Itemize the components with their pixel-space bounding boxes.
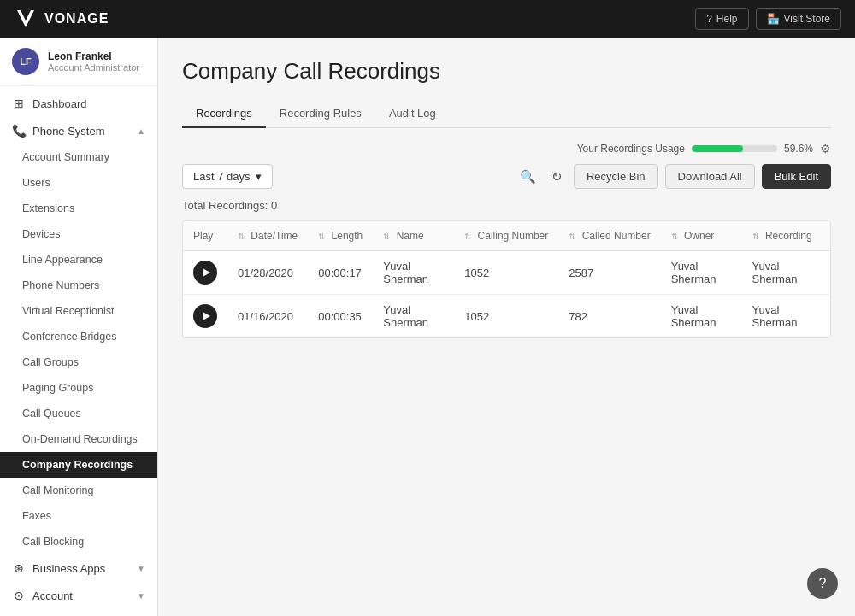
toolbar-left: Last 7 days ▾ bbox=[182, 164, 273, 189]
sidebar-item-label: Line Appearance bbox=[22, 254, 103, 266]
sidebar-item-phone-system[interactable]: 📞 Phone System ▲ bbox=[0, 117, 157, 144]
sort-icon: ⇅ bbox=[569, 232, 575, 241]
vonage-v-icon bbox=[14, 7, 38, 31]
play-button[interactable] bbox=[193, 304, 217, 328]
sidebar-item-label: Call Queues bbox=[22, 408, 81, 419]
sidebar-item-label: Faxes bbox=[22, 510, 51, 522]
store-icon: 🏪 bbox=[767, 13, 780, 25]
col-header-called-number[interactable]: ⇅ Called Number bbox=[558, 221, 660, 251]
sidebar-item-store[interactable]: ⊡ Store ▼ bbox=[0, 609, 157, 616]
cell-called-number: 2587 bbox=[558, 251, 660, 295]
vonage-wordmark: VONAGE bbox=[44, 11, 109, 26]
sidebar-item-dashboard[interactable]: ⊞ Dashboard bbox=[0, 90, 157, 117]
help-button[interactable]: ? Help bbox=[695, 8, 748, 30]
tab-audit-log[interactable]: Audit Log bbox=[375, 100, 450, 128]
total-recordings-count: Total Recordings: 0 bbox=[182, 199, 831, 212]
usage-settings-button[interactable]: ⚙ bbox=[820, 142, 831, 155]
usage-percent: 59.6% bbox=[784, 143, 813, 155]
sort-icon: ⇅ bbox=[318, 232, 325, 241]
sidebar-item-label: Business Apps bbox=[32, 562, 105, 575]
sidebar-item-line-appearance[interactable]: Line Appearance bbox=[0, 247, 157, 273]
sidebar-item-call-blocking[interactable]: Call Blocking bbox=[0, 529, 157, 554]
bulk-edit-button[interactable]: Bulk Edit bbox=[762, 164, 831, 189]
logo-area: VONAGE bbox=[14, 7, 109, 31]
col-header-recording[interactable]: ⇅ Recording bbox=[742, 221, 830, 251]
page-title: Company Call Recordings bbox=[182, 58, 831, 85]
table-row: 01/16/2020 00:00:35 Yuval Sherman 1052 7… bbox=[183, 295, 830, 338]
dashboard-icon: ⊞ bbox=[12, 97, 26, 110]
usage-progress-bar bbox=[692, 145, 777, 152]
sidebar-item-call-monitoring[interactable]: Call Monitoring bbox=[0, 478, 157, 503]
play-button[interactable] bbox=[193, 261, 217, 285]
cell-name: Yuval Sherman bbox=[373, 251, 454, 295]
sidebar-item-users[interactable]: Users bbox=[0, 170, 157, 196]
sidebar-item-label: Call Groups bbox=[22, 356, 79, 368]
tab-bar: Recordings Recording Rules Audit Log bbox=[182, 100, 831, 128]
col-header-calling-number[interactable]: ⇅ Calling Number bbox=[454, 221, 558, 251]
tab-recordings[interactable]: Recordings bbox=[182, 100, 266, 128]
recordings-table: Play ⇅ Date/Time ⇅ Length ⇅ Name bbox=[183, 221, 830, 337]
refresh-button[interactable]: ↻ bbox=[547, 165, 567, 189]
visit-store-button[interactable]: 🏪 Visit Store bbox=[756, 8, 841, 30]
svg-marker-0 bbox=[17, 10, 34, 27]
sidebar-item-label: Account bbox=[32, 590, 73, 602]
chevron-down-icon: ▼ bbox=[137, 591, 145, 601]
cell-recording: Yuval Sherman bbox=[742, 251, 830, 295]
sidebar-top-section: ⊞ Dashboard 📞 Phone System ▲ Account Sum… bbox=[0, 86, 157, 616]
help-fab-button[interactable]: ? bbox=[807, 568, 838, 599]
cell-owner: Yuval Sherman bbox=[661, 295, 742, 338]
col-header-length[interactable]: ⇅ Length bbox=[308, 221, 373, 251]
sidebar-item-business-apps[interactable]: ⊛ Business Apps ▼ bbox=[0, 554, 157, 582]
sidebar-item-phone-numbers[interactable]: Phone Numbers bbox=[0, 273, 157, 298]
main-content: Company Call Recordings Recordings Recor… bbox=[158, 38, 855, 616]
sidebar-item-account[interactable]: ⊙ Account ▼ bbox=[0, 582, 157, 609]
cell-length: 00:00:17 bbox=[308, 251, 373, 295]
sidebar-item-virtual-receptionist[interactable]: Virtual Receptionist bbox=[0, 298, 157, 324]
date-filter-dropdown[interactable]: Last 7 days ▾ bbox=[182, 164, 273, 189]
sidebar-item-call-queues[interactable]: Call Queues bbox=[0, 401, 157, 426]
sidebar-item-label: Call Blocking bbox=[22, 536, 84, 548]
cell-play bbox=[183, 295, 227, 338]
sidebar-item-on-demand-recordings[interactable]: On-Demand Recordings bbox=[0, 426, 157, 452]
date-filter-label: Last 7 days bbox=[193, 170, 251, 183]
sidebar-item-call-groups[interactable]: Call Groups bbox=[0, 349, 157, 375]
cell-calling-number: 1052 bbox=[454, 295, 558, 338]
avatar: LF bbox=[12, 48, 39, 75]
cell-name: Yuval Sherman bbox=[373, 295, 454, 338]
sidebar-item-company-recordings[interactable]: Company Recordings bbox=[0, 452, 157, 478]
account-icon: ⊙ bbox=[12, 589, 26, 602]
sidebar-item-label: Virtual Receptionist bbox=[22, 305, 114, 317]
sidebar-item-faxes[interactable]: Faxes bbox=[0, 503, 157, 529]
cell-play bbox=[183, 251, 227, 295]
cell-datetime: 01/28/2020 bbox=[227, 251, 308, 295]
col-header-play: Play bbox=[183, 221, 227, 251]
cell-owner: Yuval Sherman bbox=[661, 251, 742, 295]
refresh-icon: ↻ bbox=[551, 169, 563, 184]
sort-icon: ⇅ bbox=[671, 232, 678, 241]
chevron-down-icon: ▾ bbox=[256, 170, 262, 183]
top-nav: VONAGE ? Help 🏪 Visit Store bbox=[0, 0, 855, 38]
sidebar-item-devices[interactable]: Devices bbox=[0, 221, 157, 247]
col-header-name[interactable]: ⇅ Name bbox=[373, 221, 454, 251]
sort-icon: ⇅ bbox=[752, 232, 759, 241]
business-apps-icon: ⊛ bbox=[12, 561, 26, 575]
sidebar-item-paging-groups[interactable]: Paging Groups bbox=[0, 375, 157, 401]
chevron-down-icon: ▼ bbox=[137, 564, 145, 573]
tab-recording-rules[interactable]: Recording Rules bbox=[266, 100, 375, 128]
recycle-bin-button[interactable]: Recycle Bin bbox=[574, 164, 658, 189]
search-button[interactable]: 🔍 bbox=[516, 165, 540, 189]
sidebar-item-label: Devices bbox=[22, 228, 60, 240]
download-all-button[interactable]: Download All bbox=[665, 164, 755, 189]
col-header-owner[interactable]: ⇅ Owner bbox=[661, 221, 742, 251]
user-profile: LF Leon Frankel Account Administrator bbox=[0, 38, 157, 86]
search-icon: 🔍 bbox=[520, 169, 536, 184]
sidebar-item-extensions[interactable]: Extensions bbox=[0, 196, 157, 221]
cell-calling-number: 1052 bbox=[454, 251, 558, 295]
table-header: Play ⇅ Date/Time ⇅ Length ⇅ Name bbox=[183, 221, 830, 251]
col-header-datetime[interactable]: ⇅ Date/Time bbox=[227, 221, 308, 251]
sidebar-item-account-summary[interactable]: Account Summary bbox=[0, 144, 157, 170]
cell-called-number: 782 bbox=[558, 295, 660, 338]
sidebar: LF Leon Frankel Account Administrator ⊞ … bbox=[0, 38, 158, 616]
top-nav-buttons: ? Help 🏪 Visit Store bbox=[695, 8, 841, 30]
sidebar-item-conference-bridges[interactable]: Conference Bridges bbox=[0, 324, 157, 349]
